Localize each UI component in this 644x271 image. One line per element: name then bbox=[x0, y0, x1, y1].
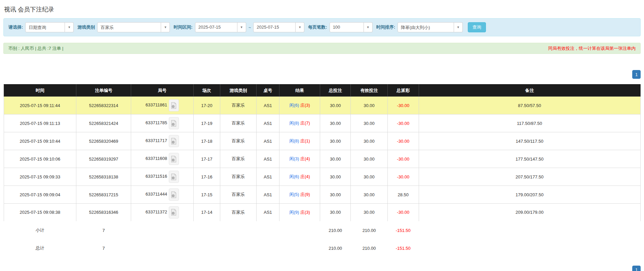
chevron-down-icon[interactable]: ▼ bbox=[161, 22, 170, 32]
game-type-select[interactable]: 百家乐 ▼ bbox=[97, 22, 170, 32]
video-record-icon[interactable] bbox=[169, 153, 179, 165]
chevron-down-icon[interactable]: ▼ bbox=[65, 22, 74, 32]
search-button[interactable]: 查询 bbox=[468, 22, 486, 32]
column-header: 场次 bbox=[193, 84, 220, 97]
cell-total-bet[interactable]: 30.00 bbox=[320, 168, 351, 186]
page-size-select[interactable]: 100 ▼ bbox=[330, 22, 373, 32]
cell-game-type: 百家乐 bbox=[220, 97, 257, 114]
time-sort-select[interactable]: 降幂(由大到小) ▼ bbox=[397, 22, 463, 32]
query-type-label: 请选择: bbox=[8, 24, 23, 30]
date-from-picker[interactable]: 2025-07-15 ▼ bbox=[195, 22, 246, 32]
video-record-icon[interactable] bbox=[169, 189, 179, 201]
cell-table-id: AS1 bbox=[256, 97, 279, 114]
cell-remark: 147.50/117.50 bbox=[419, 132, 640, 150]
time-sort-value[interactable]: 降幂(由大到小) bbox=[397, 22, 454, 32]
cell-round-id: 633711444 bbox=[131, 186, 194, 204]
cell-total-bet[interactable]: 30.00 bbox=[320, 132, 351, 150]
cell-valid-bet: 30.00 bbox=[351, 168, 388, 186]
game-type-value[interactable]: 百家乐 bbox=[97, 22, 161, 32]
cell-time: 2025-07-15 09:08:38 bbox=[4, 204, 76, 222]
summary-label: 小计 bbox=[4, 222, 76, 239]
cell-result: 闲(5) 庄(9) bbox=[279, 186, 320, 204]
cell-time: 2025-07-15 09:11:44 bbox=[4, 97, 76, 114]
result-banker: 庄(3) bbox=[300, 210, 310, 215]
result-banker: 庄(7) bbox=[300, 121, 310, 126]
video-record-icon[interactable] bbox=[169, 99, 179, 111]
cell-time: 2025-07-15 09:10:06 bbox=[4, 150, 76, 168]
time-sort-label: 时间排序: bbox=[376, 24, 395, 30]
page-1-button[interactable]: 1 bbox=[632, 70, 641, 79]
cell-total-bet[interactable]: 30.00 bbox=[320, 150, 351, 168]
result-player: 闲(9) bbox=[289, 210, 299, 215]
page-size-value[interactable]: 100 bbox=[330, 22, 364, 32]
column-header: 桌号 bbox=[256, 84, 279, 97]
cell-game-type: 百家乐 bbox=[220, 150, 257, 168]
pagination-top: 1 bbox=[3, 70, 641, 79]
chevron-down-icon[interactable]: ▼ bbox=[296, 22, 304, 32]
cell-result: 闲(6) 庄(4) bbox=[279, 168, 320, 186]
page-1-button[interactable]: 1 bbox=[632, 266, 641, 271]
cell-round-id: 633711785 bbox=[131, 114, 194, 132]
chevron-down-icon[interactable]: ▼ bbox=[237, 22, 246, 32]
cell-time: 2025-07-15 09:10:44 bbox=[4, 132, 76, 150]
cell-total-bet[interactable]: 30.00 bbox=[320, 204, 351, 222]
cell-valid-bet: 30.00 bbox=[351, 97, 388, 114]
cell-round-id: 633711717 bbox=[131, 132, 194, 150]
cell-payout: 28.50 bbox=[387, 186, 419, 204]
date-to-value[interactable]: 2025-07-15 bbox=[253, 22, 296, 32]
cell-result: 闲(6) 庄(3) bbox=[279, 97, 320, 114]
cell-payout: -30.00 bbox=[387, 132, 419, 150]
cell-payout: -30.00 bbox=[387, 114, 419, 132]
result-banker: 庄(4) bbox=[300, 156, 310, 161]
summary-total-bet: 210.00 bbox=[320, 239, 351, 257]
cell-bet-id: 522658322314 bbox=[76, 97, 131, 114]
cell-valid-bet: 30.00 bbox=[351, 132, 388, 150]
query-type-value[interactable]: 日期查询 bbox=[25, 22, 65, 32]
summary-payout: -151.50 bbox=[387, 222, 419, 239]
column-header: 结果 bbox=[279, 84, 320, 97]
chevron-down-icon[interactable]: ▼ bbox=[454, 22, 463, 32]
cell-table-id: AS1 bbox=[256, 132, 279, 150]
column-header: 游戏类别 bbox=[220, 84, 257, 97]
table-row: 2025-07-15 09:08:38 522658316346 6337113… bbox=[4, 204, 640, 222]
video-record-icon[interactable] bbox=[169, 117, 179, 129]
round-id-text: 633711372 bbox=[146, 209, 167, 214]
cell-total-bet[interactable]: 30.00 bbox=[320, 97, 351, 114]
round-id-text: 633711444 bbox=[146, 192, 167, 197]
cell-bet-id: 522658318138 bbox=[76, 168, 131, 186]
video-record-icon[interactable] bbox=[169, 206, 179, 218]
table-row: 2025-07-15 09:11:13 522658321424 6337117… bbox=[4, 114, 640, 132]
cell-payout: -30.00 bbox=[387, 150, 419, 168]
cell-valid-bet: 30.00 bbox=[351, 150, 388, 168]
video-record-icon[interactable] bbox=[169, 135, 179, 147]
cell-payout: -30.00 bbox=[387, 204, 419, 222]
date-to-picker[interactable]: 2025-07-15 ▼ bbox=[253, 22, 304, 32]
cell-result: 闲(8) 庄(7) bbox=[279, 114, 320, 132]
cell-table-id: AS1 bbox=[256, 150, 279, 168]
pagination-bottom: 1 bbox=[3, 266, 641, 271]
cell-total-bet[interactable]: 30.00 bbox=[320, 114, 351, 132]
filter-group-query-type: 请选择: 日期查询 ▼ bbox=[8, 22, 74, 32]
column-header: 局号 bbox=[131, 84, 194, 97]
cell-round-id: 633711608 bbox=[131, 150, 194, 168]
cell-bet-id: 522658321424 bbox=[76, 114, 131, 132]
currency-total-text: 币别 : 人民币 | 总共 :7 注单 | bbox=[8, 45, 64, 52]
range-separator: ~ bbox=[249, 25, 251, 30]
filter-group-game-type: 游戏类别 百家乐 ▼ bbox=[77, 22, 170, 32]
video-record-icon[interactable] bbox=[169, 171, 179, 183]
chevron-down-icon[interactable]: ▼ bbox=[364, 22, 373, 32]
query-type-select[interactable]: 日期查询 ▼ bbox=[25, 22, 74, 32]
result-banker: 庄(3) bbox=[300, 103, 310, 108]
cell-round-id: 633711861 bbox=[131, 97, 194, 114]
cell-payout: -30.00 bbox=[387, 97, 419, 114]
cell-bet-id: 522658317215 bbox=[76, 186, 131, 204]
table-row: 2025-07-15 09:09:33 522658318138 6337115… bbox=[4, 168, 640, 186]
page-size-label: 每页笔数: bbox=[308, 24, 327, 30]
round-id-text: 633711608 bbox=[146, 156, 167, 161]
summary-valid-bet: 210.00 bbox=[351, 239, 388, 257]
cell-total-bet[interactable]: 30.00 bbox=[320, 186, 351, 204]
cell-table-id: AS1 bbox=[256, 186, 279, 204]
result-player: 闲(6) bbox=[289, 103, 299, 108]
date-from-value[interactable]: 2025-07-15 bbox=[195, 22, 237, 32]
cell-round-id: 633711516 bbox=[131, 168, 194, 186]
